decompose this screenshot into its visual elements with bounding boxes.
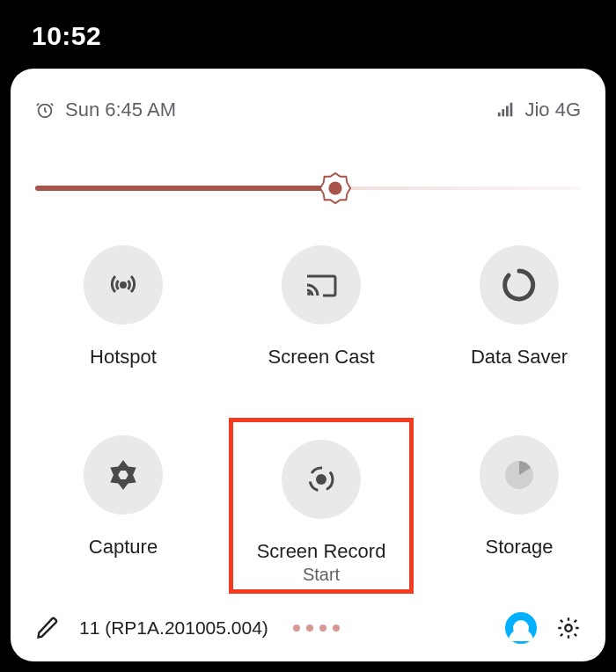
- carrier-label: Jio 4G: [524, 99, 581, 121]
- brightness-fill: [35, 186, 335, 191]
- tile-label: Capture: [89, 536, 158, 559]
- alarm-icon: [35, 100, 55, 120]
- storage-icon: [500, 456, 539, 494]
- brightness-thumb-icon[interactable]: [319, 172, 352, 205]
- gear-icon[interactable]: [556, 616, 581, 640]
- svg-rect-2: [502, 109, 505, 116]
- aperture-icon: [104, 456, 143, 494]
- dot: [293, 625, 300, 632]
- tile-data-saver: Data Saver: [431, 245, 607, 369]
- data-saver-icon: [500, 266, 539, 304]
- svg-point-12: [565, 625, 571, 631]
- tile-capture: Capture: [35, 435, 211, 594]
- screen-cast-button[interactable]: [282, 245, 361, 325]
- tile-hotspot: Hotspot: [35, 245, 211, 369]
- dot: [333, 625, 340, 632]
- tile-sublabel: Start: [303, 565, 340, 585]
- avatar-icon: [513, 620, 529, 636]
- svg-point-9: [316, 474, 326, 485]
- svg-point-6: [328, 181, 341, 194]
- tile-grid: Hotspot Screen Cast Data Saver: [35, 245, 581, 594]
- data-saver-button[interactable]: [480, 245, 559, 325]
- dot: [306, 625, 313, 632]
- storage-button[interactable]: [480, 435, 559, 515]
- tile-storage: Storage: [431, 435, 607, 594]
- alarm-time: Sun 6:45 AM: [65, 99, 176, 121]
- cast-icon: [302, 266, 341, 304]
- hotspot-icon: [104, 266, 143, 304]
- status-row: Sun 6:45 AM Jio 4G: [35, 99, 581, 121]
- tile-label: Data Saver: [471, 346, 568, 369]
- dot: [319, 625, 326, 632]
- version-label: 11 (RP1A.201005.004): [79, 617, 268, 639]
- hotspot-button[interactable]: [84, 245, 163, 325]
- capture-button[interactable]: [84, 435, 163, 515]
- screen-record-button[interactable]: [282, 440, 361, 519]
- signal-icon: [496, 100, 516, 120]
- tile-label: Storage: [485, 536, 553, 559]
- tile-label: Screen Cast: [268, 346, 374, 369]
- svg-rect-3: [506, 106, 509, 116]
- brightness-slider[interactable]: [35, 169, 581, 207]
- tile-label: Hotspot: [90, 346, 157, 369]
- svg-rect-1: [498, 113, 501, 117]
- footer-bar: 11 (RP1A.201005.004): [35, 594, 581, 661]
- svg-point-7: [120, 281, 127, 289]
- tile-screen-cast: Screen Cast: [233, 245, 409, 369]
- page-dots[interactable]: [293, 625, 340, 632]
- svg-point-8: [307, 292, 311, 296]
- svg-rect-4: [510, 103, 513, 117]
- device-clock: 10:52: [32, 21, 101, 51]
- quick-settings-panel: Sun 6:45 AM Jio 4G Hotspot: [11, 69, 605, 661]
- user-avatar[interactable]: [505, 612, 537, 644]
- tile-screen-record: Screen Record Start: [229, 418, 414, 594]
- record-icon: [302, 460, 341, 499]
- tile-label: Screen Record: [257, 540, 386, 563]
- edit-icon[interactable]: [35, 616, 60, 640]
